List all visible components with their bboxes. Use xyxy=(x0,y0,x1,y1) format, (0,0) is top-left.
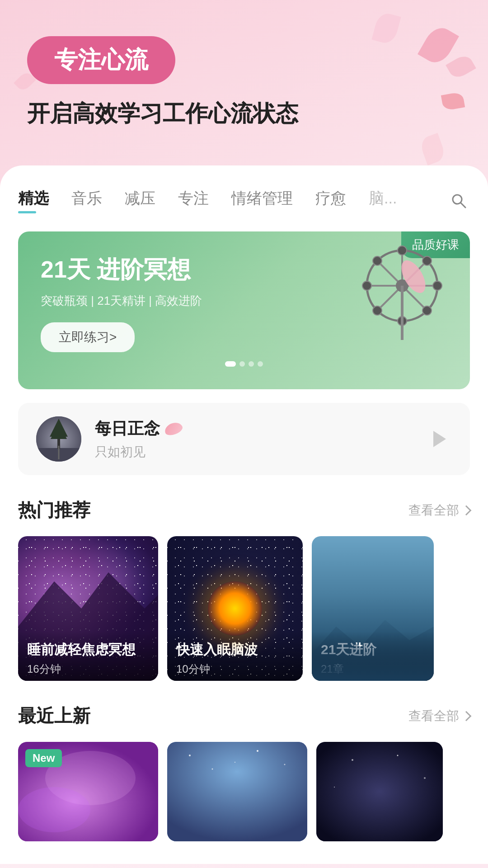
svg-point-30 xyxy=(18,787,90,832)
play-button[interactable] xyxy=(425,425,452,453)
new-section-title: 最近上新 xyxy=(18,703,90,728)
card-name-2: 快速入眠脑波 xyxy=(176,641,294,659)
search-button[interactable] xyxy=(447,189,470,212)
banner-dot-4[interactable] xyxy=(258,361,263,367)
card-label-1: 睡前减轻焦虑冥想 16分钟 xyxy=(18,632,158,681)
tab-featured[interactable]: 精选 xyxy=(18,188,49,213)
card-image-1: 睡前减轻焦虑冥想 16分钟 xyxy=(18,536,158,681)
daily-avatar-image xyxy=(36,416,81,462)
new-card-2[interactable] xyxy=(167,742,307,841)
hot-cards-row: 睡前减轻焦虑冥想 16分钟 快速入眠脑波 10分钟 21天进阶 21章 xyxy=(18,536,470,681)
svg-point-32 xyxy=(189,755,191,756)
new-card-1[interactable]: New xyxy=(18,742,158,841)
banner-dots xyxy=(41,361,447,367)
card-image-2: 快速入眠脑波 10分钟 xyxy=(167,536,303,681)
daily-info: 每日正念 只如初见 xyxy=(95,418,411,461)
main-card: 精选 音乐 减压 专注 情绪管理 疗愈 脑... 品质好课 21天 进阶冥想 xyxy=(0,165,488,864)
new-section-header: 最近上新 查看全部 xyxy=(18,703,470,728)
tab-bar: 精选 音乐 减压 专注 情绪管理 疗愈 脑... xyxy=(18,188,470,213)
tab-focus[interactable]: 专注 xyxy=(178,188,209,213)
new-cards-row: New xyxy=(18,742,470,841)
banner-tags: 突破瓶颈 | 21天精讲 | 高效进阶 xyxy=(41,293,447,309)
chevron-right-icon xyxy=(461,505,472,515)
card-name-3: 21天进阶 xyxy=(321,641,425,659)
card-name-1: 睡前减轻焦虑冥想 xyxy=(27,641,149,659)
hot-card-1[interactable]: 睡前减轻焦虑冥想 16分钟 xyxy=(18,536,158,681)
svg-rect-23 xyxy=(36,448,81,462)
tab-emotion[interactable]: 情绪管理 xyxy=(231,188,293,213)
daily-title: 每日正念 xyxy=(95,418,411,440)
new-badge-1: New xyxy=(25,749,62,767)
svg-point-41 xyxy=(334,787,335,788)
card-meta-2: 10分钟 xyxy=(176,662,294,676)
hot-card-3[interactable]: 21天进阶 21章 xyxy=(312,536,434,681)
svg-point-40 xyxy=(424,777,426,779)
banner-dot-2[interactable] xyxy=(239,361,245,367)
svg-point-33 xyxy=(212,769,213,770)
svg-rect-31 xyxy=(167,742,307,841)
daily-mindful-card: 每日正念 只如初见 xyxy=(18,403,470,475)
banner-button[interactable]: 立即练习> xyxy=(41,322,135,352)
petal-decoration xyxy=(163,420,184,437)
new-section-more[interactable]: 查看全部 xyxy=(408,708,470,725)
banner-title: 21天 进阶冥想 xyxy=(41,254,447,286)
new-card-3[interactable] xyxy=(316,742,443,841)
svg-line-1 xyxy=(460,203,465,208)
tab-destress[interactable]: 减压 xyxy=(125,188,155,213)
svg-point-34 xyxy=(257,750,258,752)
hero-subtitle: 开启高效学习工作心流状态 xyxy=(27,98,461,129)
play-icon xyxy=(433,431,446,447)
tab-healing[interactable]: 疗愈 xyxy=(315,188,346,213)
daily-avatar xyxy=(36,416,81,462)
card-meta-3: 21章 xyxy=(321,662,425,676)
hot-section-header: 热门推荐 查看全部 xyxy=(18,498,470,523)
hot-section-title: 热门推荐 xyxy=(18,498,90,523)
hot-card-2[interactable]: 快速入眠脑波 10分钟 xyxy=(167,536,303,681)
daily-subtitle: 只如初见 xyxy=(95,443,411,461)
hot-section-more[interactable]: 查看全部 xyxy=(408,502,470,519)
card-label-3: 21天进阶 21章 xyxy=(312,632,434,681)
hero-section: 专注心流 开启高效学习工作心流状态 xyxy=(0,0,488,147)
svg-point-36 xyxy=(235,762,235,763)
banner: 品质好课 21天 进阶冥想 突破瓶颈 | 21天精讲 | 高效进阶 立即练习> xyxy=(18,231,470,389)
tab-music[interactable]: 音乐 xyxy=(71,188,102,213)
svg-point-39 xyxy=(397,755,399,756)
svg-point-35 xyxy=(284,764,286,765)
banner-dot-1[interactable] xyxy=(225,361,236,367)
svg-point-11 xyxy=(398,246,407,255)
hero-badge: 专注心流 xyxy=(27,36,175,84)
svg-point-38 xyxy=(352,759,353,761)
banner-dot-3[interactable] xyxy=(249,361,254,367)
card-meta-1: 16分钟 xyxy=(27,662,149,676)
card-label-2: 快速入眠脑波 10分钟 xyxy=(167,632,303,681)
card-image-3: 21天进阶 21章 xyxy=(312,536,434,681)
chevron-right-icon-2 xyxy=(461,711,472,721)
svg-rect-37 xyxy=(316,742,443,841)
tab-brain[interactable]: 脑... xyxy=(369,188,397,213)
